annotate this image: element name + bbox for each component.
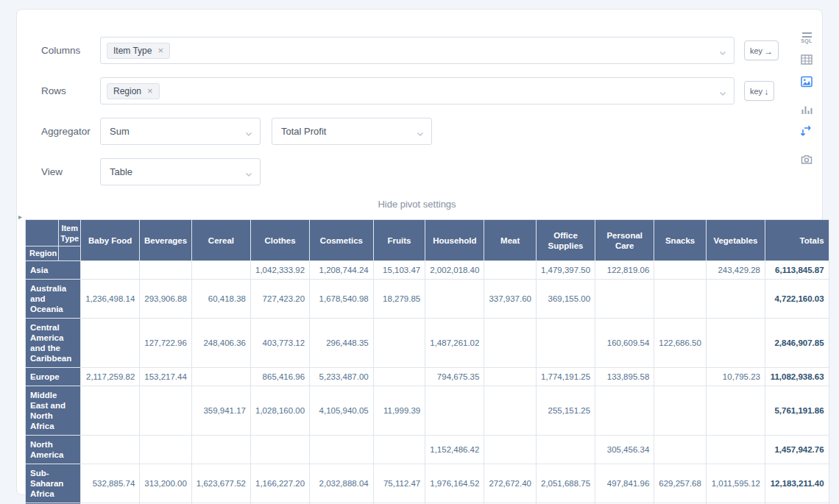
cell-value (706, 280, 765, 319)
cell-value (484, 436, 537, 464)
columns-select[interactable]: Item Type × (100, 37, 734, 64)
chevron-down-icon (244, 128, 253, 141)
table-row: Asia1,042,333.921,208,744.2415,103.472,0… (26, 261, 829, 280)
cell-value: 153,217.44 (140, 368, 192, 386)
remove-tag-icon[interactable]: × (157, 46, 163, 55)
row-total: 12,183,211.40 (765, 464, 829, 503)
cell-value: 4,105,940.05 (310, 386, 374, 436)
sql-icon-label: SQL (801, 38, 813, 43)
rows-tag[interactable]: Region × (107, 83, 160, 99)
row-total: 5,761,191.86 (765, 386, 829, 436)
bar-chart-icon[interactable] (799, 102, 814, 117)
cell-value (373, 319, 425, 368)
cell-value: 1,011,595.12 (706, 464, 765, 503)
columns-key-order-button[interactable]: key → (744, 40, 779, 60)
corner-blank-cell (59, 246, 81, 261)
aggregator-value: Sum (107, 126, 130, 137)
cell-value: 369,155.00 (536, 280, 595, 319)
cell-value (654, 368, 707, 386)
cell-value: 1,208,744.24 (310, 261, 374, 280)
cell-value: 1,042,333.92 (251, 261, 310, 280)
cell-value (484, 386, 537, 436)
cell-value: 497,841.96 (595, 464, 654, 503)
aggregator-select[interactable]: Sum (100, 118, 261, 145)
col-header-cosmetics: Cosmetics (310, 220, 374, 261)
cell-value: 313,200.00 (140, 464, 192, 503)
row-header-europe: Europe (26, 368, 81, 386)
cell-value: 127,722.96 (140, 319, 192, 368)
cell-value (536, 319, 595, 368)
pivot-icon[interactable] (799, 124, 814, 139)
col-header-beverages: Beverages (140, 220, 192, 261)
cell-value (706, 386, 765, 436)
col-attr-label: Item Type (59, 220, 81, 246)
cell-value: 359,941.17 (191, 386, 250, 436)
cell-value (191, 368, 250, 386)
expand-handle-icon[interactable]: ▸ (18, 213, 22, 221)
image-chart-icon[interactable] (799, 74, 814, 89)
col-header-clothes: Clothes (251, 220, 310, 261)
pivot-card: Columns Item Type × key → Rows Region (16, 9, 823, 495)
cell-value (484, 368, 537, 386)
row-attr-label: Region (26, 246, 59, 261)
camera-icon[interactable] (799, 152, 814, 167)
view-row: View Table (41, 158, 822, 185)
cell-value: 272,672.40 (484, 464, 537, 503)
cell-value: 2,051,688.75 (536, 464, 595, 503)
cell-value (595, 280, 654, 319)
aggregator-field-select[interactable]: Total Profit (272, 118, 432, 145)
col-header-office-supplies: Office Supplies (536, 220, 595, 261)
columns-tag[interactable]: Item Type × (107, 43, 170, 59)
rows-select[interactable]: Region × (100, 77, 734, 104)
cell-value (140, 386, 192, 436)
view-select[interactable]: Table (100, 158, 261, 185)
totals-col-header: Totals (765, 220, 829, 261)
cell-value: 1,623,677.52 (191, 464, 250, 503)
col-header-household: Household (425, 220, 484, 261)
chevron-down-icon (718, 47, 727, 60)
cell-value: 15,103.47 (373, 261, 425, 280)
cell-value (81, 261, 140, 280)
cell-value (373, 368, 425, 386)
corner-blank-cell (26, 220, 59, 246)
cell-value: 10,795.23 (706, 368, 765, 386)
table-icon[interactable] (799, 52, 814, 67)
row-total: 6,113,845.87 (765, 261, 829, 280)
arrow-down-icon: ↓ (764, 87, 768, 97)
row-header-north-america: North America (26, 436, 81, 464)
col-header-personal-care: Personal Care (595, 220, 654, 261)
cell-value: 122,686.50 (654, 319, 707, 368)
row-header-sub-saharan-africa: Sub-Saharan Africa (26, 464, 81, 503)
columns-label: Columns (41, 45, 100, 56)
remove-tag-icon[interactable]: × (147, 86, 153, 96)
cell-value: 5,233,487.00 (310, 368, 374, 386)
cell-value: 1,028,160.00 (251, 386, 310, 436)
row-header-asia: Asia (26, 261, 81, 280)
rows-tag-label: Region (113, 86, 141, 96)
cell-value (140, 261, 192, 280)
cell-value (373, 436, 425, 464)
cell-value: 18,279.85 (373, 280, 425, 319)
cell-value: 160,609.54 (595, 319, 654, 368)
cell-value: 1,166,227.20 (251, 464, 310, 503)
table-row: Australia and Oceania1,236,498.14293,906… (26, 280, 829, 319)
row-total: 1,457,942.76 (765, 436, 829, 464)
aggregator-row: Aggregator Sum Total Profit (41, 118, 822, 145)
cell-value (484, 319, 537, 368)
aggregator-field-value: Total Profit (278, 126, 326, 137)
row-header-australia-and-oceania: Australia and Oceania (26, 280, 81, 319)
cell-value: 1,236,498.14 (81, 280, 140, 319)
cell-value: 337,937.60 (484, 280, 537, 319)
row-total: 4,722,160.03 (765, 280, 829, 319)
cell-value (595, 386, 654, 436)
hide-pivot-settings-link[interactable]: Hide pivot settings (41, 199, 793, 210)
cell-value: 248,406.36 (191, 319, 250, 368)
cell-value (654, 280, 707, 319)
cell-value: 2,002,018.40 (425, 261, 484, 280)
cell-value: 293,906.88 (140, 280, 192, 319)
col-header-baby-food: Baby Food (81, 220, 140, 261)
rows-key-order-button[interactable]: key ↓ (744, 81, 774, 101)
cell-value: 243,429.28 (706, 261, 765, 280)
sql-icon[interactable]: SQL (799, 30, 814, 45)
cell-value: 403,773.12 (251, 319, 310, 368)
